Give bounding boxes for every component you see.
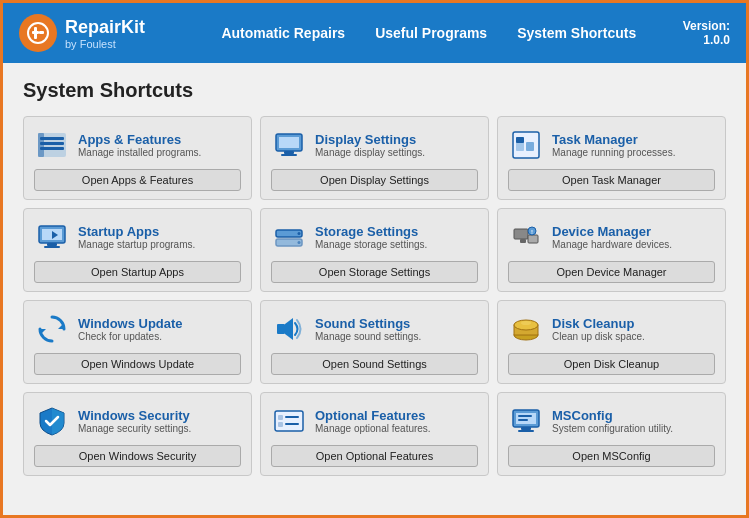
svg-point-25 xyxy=(298,241,301,244)
card-task-manager: Task Manager Manage running processes. O… xyxy=(497,116,726,200)
svg-rect-27 xyxy=(528,235,538,243)
msconfig-icon xyxy=(508,403,544,439)
svg-rect-48 xyxy=(518,415,532,417)
optional-features-desc: Manage optional features. xyxy=(315,423,478,434)
card-header: Storage Settings Manage storage settings… xyxy=(271,219,478,255)
card-header: Task Manager Manage running processes. xyxy=(508,127,715,163)
logo-area: RepairKit by Foulest xyxy=(19,14,145,52)
card-header: Sound Settings Manage sound settings. xyxy=(271,311,478,347)
apps-features-icon xyxy=(34,127,70,163)
startup-apps-title: Startup Apps xyxy=(78,224,241,239)
card-windows-security: Windows Security Manage security setting… xyxy=(23,392,252,476)
svg-rect-40 xyxy=(278,415,283,420)
version-label: Version: xyxy=(683,19,730,33)
nav-automatic-repairs[interactable]: Automatic Repairs xyxy=(221,25,345,41)
svg-rect-15 xyxy=(526,142,534,151)
msconfig-title: MSConfig xyxy=(552,408,715,423)
svg-marker-34 xyxy=(285,318,293,340)
card-header: Startup Apps Manage startup programs. xyxy=(34,219,241,255)
disk-cleanup-desc: Clean up disk space. xyxy=(552,331,715,342)
nav-system-shortcuts[interactable]: System Shortcuts xyxy=(517,25,636,41)
svg-rect-28 xyxy=(520,239,526,243)
svg-text:!: ! xyxy=(531,229,533,235)
svg-rect-8 xyxy=(38,133,44,157)
open-windows-security-button[interactable]: Open Windows Security xyxy=(34,445,241,467)
version-number: 1.0.0 xyxy=(703,33,730,47)
open-sound-settings-button[interactable]: Open Sound Settings xyxy=(271,353,478,375)
card-display-settings: Display Settings Manage display settings… xyxy=(260,116,489,200)
open-msconfig-button[interactable]: Open MSConfig xyxy=(508,445,715,467)
card-msconfig: MSConfig System configuration utility. O… xyxy=(497,392,726,476)
svg-rect-19 xyxy=(47,243,57,246)
card-optional-features: Optional Features Manage optional featur… xyxy=(260,392,489,476)
display-settings-desc: Manage display settings. xyxy=(315,147,478,158)
display-settings-title: Display Settings xyxy=(315,132,478,147)
storage-settings-title: Storage Settings xyxy=(315,224,478,239)
optional-features-title: Optional Features xyxy=(315,408,478,423)
task-manager-icon xyxy=(508,127,544,163)
sound-settings-title: Sound Settings xyxy=(315,316,478,331)
card-storage-settings: Storage Settings Manage storage settings… xyxy=(260,208,489,292)
apps-features-title: Apps & Features xyxy=(78,132,241,147)
startup-apps-desc: Manage startup programs. xyxy=(78,239,241,250)
windows-security-icon xyxy=(34,403,70,439)
svg-rect-42 xyxy=(278,422,283,427)
open-task-manager-button[interactable]: Open Task Manager xyxy=(508,169,715,191)
msconfig-desc: System configuration utility. xyxy=(552,423,715,434)
svg-rect-12 xyxy=(281,154,297,156)
windows-update-desc: Check for updates. xyxy=(78,331,241,342)
card-sound-settings: Sound Settings Manage sound settings. Op… xyxy=(260,300,489,384)
open-storage-settings-button[interactable]: Open Storage Settings xyxy=(271,261,478,283)
svg-rect-41 xyxy=(285,416,299,418)
app-name: RepairKit by Foulest xyxy=(65,17,145,50)
svg-rect-16 xyxy=(516,137,524,143)
card-device-manager: ! Device Manager Manage hardware devices… xyxy=(497,208,726,292)
open-device-manager-button[interactable]: Open Device Manager xyxy=(508,261,715,283)
svg-point-38 xyxy=(521,321,531,325)
page-title: System Shortcuts xyxy=(23,79,726,102)
svg-rect-33 xyxy=(277,324,285,334)
open-startup-apps-button[interactable]: Open Startup Apps xyxy=(34,261,241,283)
svg-rect-3 xyxy=(39,31,44,34)
svg-rect-46 xyxy=(521,427,531,430)
shortcuts-grid: Apps & Features Manage installed program… xyxy=(23,116,726,476)
sound-settings-icon xyxy=(271,311,307,347)
card-disk-cleanup: Disk Cleanup Clean up disk space. Open D… xyxy=(497,300,726,384)
open-display-settings-button[interactable]: Open Display Settings xyxy=(271,169,478,191)
task-manager-desc: Manage running processes. xyxy=(552,147,715,158)
card-header: Windows Security Manage security setting… xyxy=(34,403,241,439)
task-manager-title: Task Manager xyxy=(552,132,715,147)
card-apps-features: Apps & Features Manage installed program… xyxy=(23,116,252,200)
svg-point-24 xyxy=(298,232,301,235)
windows-update-icon xyxy=(34,311,70,347)
open-apps-features-button[interactable]: Open Apps & Features xyxy=(34,169,241,191)
app-subtitle: by Foulest xyxy=(65,38,145,50)
open-disk-cleanup-button[interactable]: Open Disk Cleanup xyxy=(508,353,715,375)
version-area: Version: 1.0.0 xyxy=(683,19,730,47)
startup-apps-icon xyxy=(34,219,70,255)
device-manager-desc: Manage hardware devices. xyxy=(552,239,715,250)
svg-rect-10 xyxy=(279,137,299,148)
app-title: RepairKit xyxy=(65,17,145,38)
apps-features-desc: Manage installed programs. xyxy=(78,147,241,158)
svg-rect-45 xyxy=(516,413,536,424)
svg-rect-20 xyxy=(44,246,60,248)
sound-settings-desc: Manage sound settings. xyxy=(315,331,478,342)
main-nav: Automatic Repairs Useful Programs System… xyxy=(175,25,683,41)
nav-useful-programs[interactable]: Useful Programs xyxy=(375,25,487,41)
card-header: Optional Features Manage optional featur… xyxy=(271,403,478,439)
logo-icon xyxy=(19,14,57,52)
svg-rect-11 xyxy=(284,151,294,154)
open-windows-update-button[interactable]: Open Windows Update xyxy=(34,353,241,375)
main-content: System Shortcuts Apps & Features Manage … xyxy=(3,63,746,492)
card-header: Apps & Features Manage installed program… xyxy=(34,127,241,163)
card-header: Disk Cleanup Clean up disk space. xyxy=(508,311,715,347)
windows-security-desc: Manage security settings. xyxy=(78,423,241,434)
windows-update-title: Windows Update xyxy=(78,316,241,331)
device-manager-icon: ! xyxy=(508,219,544,255)
svg-rect-43 xyxy=(285,423,299,425)
svg-rect-26 xyxy=(514,229,528,239)
svg-rect-49 xyxy=(518,419,528,421)
open-optional-features-button[interactable]: Open Optional Features xyxy=(271,445,478,467)
display-settings-icon xyxy=(271,127,307,163)
